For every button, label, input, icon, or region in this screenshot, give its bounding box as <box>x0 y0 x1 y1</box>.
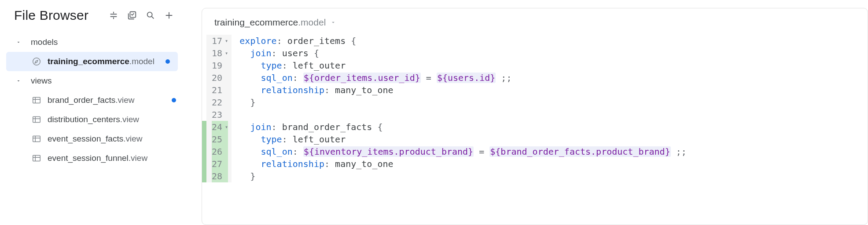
modified-dot-icon <box>172 98 176 102</box>
tab-file-ext: .model <box>298 17 326 27</box>
code-line[interactable] <box>239 109 686 121</box>
code-line[interactable]: join: brand_order_facts { <box>239 121 686 133</box>
code-line[interactable]: join: users { <box>239 47 686 59</box>
gutter-line[interactable]: 24▾ <box>212 121 228 133</box>
svg-point-2 <box>33 58 40 65</box>
svg-rect-3 <box>33 98 40 103</box>
fold-caret-icon[interactable]: ▾ <box>225 121 228 133</box>
gutter-line[interactable]: 22 <box>212 96 228 109</box>
file-tree: modelstraining_ecommerce.modelviewsbrand… <box>0 33 184 168</box>
sidebar-header: File Browser <box>0 8 184 33</box>
bulk-check-icon[interactable] <box>127 10 137 21</box>
file-row[interactable]: training_ecommerce.model <box>6 52 178 71</box>
file-name: distribution_centers.view <box>48 115 139 124</box>
diff-marker <box>202 35 206 47</box>
code-line[interactable]: sql_on: ${order_items.user_id} = ${users… <box>239 72 686 84</box>
tab-file-base: training_ecommerce <box>214 17 298 27</box>
svg-point-1 <box>147 12 152 17</box>
fold-caret-icon[interactable]: ▾ <box>225 47 228 59</box>
sidebar-actions <box>108 10 174 21</box>
sidebar-title: File Browser <box>14 8 88 23</box>
file-row[interactable]: event_session_facts.view <box>0 129 184 149</box>
folder-row-views[interactable]: views <box>0 71 184 91</box>
code-line[interactable]: relationship: many_to_one <box>239 158 686 170</box>
svg-rect-6 <box>33 156 40 161</box>
gutter-line[interactable]: 25 <box>212 133 228 145</box>
search-icon[interactable] <box>145 10 156 21</box>
gutter-line[interactable]: 17▾ <box>212 35 228 47</box>
collapse-icon[interactable] <box>108 10 119 21</box>
file-browser-sidebar: File Browser modelstraining_ecommerce.mo… <box>0 0 184 225</box>
code-line[interactable]: type: left_outer <box>239 133 686 145</box>
gutter-line[interactable]: 19 <box>212 59 228 72</box>
editor-tab[interactable]: training_ecommerce.model <box>202 8 868 35</box>
file-row[interactable]: brand_order_facts.view <box>0 91 184 110</box>
gutter-line[interactable]: 23 <box>212 109 228 121</box>
editor-pane: training_ecommerce.model 17▾18▾19 20 21 … <box>184 0 868 225</box>
diff-marker <box>202 170 206 182</box>
diff-marker <box>202 72 206 84</box>
gutter-line[interactable]: 28 <box>212 170 228 182</box>
file-name: training_ecommerce.model <box>48 57 154 66</box>
svg-rect-4 <box>33 117 40 123</box>
diff-marker <box>202 84 206 96</box>
gutter-line[interactable]: 26 <box>212 145 228 158</box>
file-row[interactable]: event_session_funnel.view <box>0 149 184 168</box>
file-name: event_session_facts.view <box>48 134 142 144</box>
gutter-line[interactable]: 18▾ <box>212 47 228 59</box>
folder-label: models <box>31 37 58 47</box>
code-line[interactable]: relationship: many_to_one <box>239 84 686 96</box>
code-area[interactable]: 17▾18▾19 20 21 22 23 24▾25 26 27 28 expl… <box>202 35 868 182</box>
fold-caret-icon[interactable]: ▾ <box>225 35 228 47</box>
code-line[interactable]: explore: order_items { <box>239 35 686 47</box>
diff-marker <box>202 145 206 158</box>
file-name: event_session_funnel.view <box>48 153 147 163</box>
line-gutter: 17▾18▾19 20 21 22 23 24▾25 26 27 28 <box>206 35 232 182</box>
gutter-line[interactable]: 27 <box>212 158 228 170</box>
editor-card: training_ecommerce.model 17▾18▾19 20 21 … <box>202 8 868 225</box>
diff-marker <box>202 133 206 145</box>
add-icon[interactable] <box>164 10 174 21</box>
modified-dot-icon <box>166 59 170 64</box>
diff-marker <box>202 96 206 109</box>
file-row[interactable]: distribution_centers.view <box>0 110 184 129</box>
diff-column <box>202 35 206 182</box>
code-line[interactable]: } <box>239 170 686 182</box>
code-line[interactable]: } <box>239 96 686 109</box>
tab-menu-caret-icon[interactable] <box>330 17 336 28</box>
diff-marker <box>202 109 206 121</box>
svg-rect-5 <box>33 136 40 142</box>
folder-label: views <box>31 76 52 86</box>
code-body[interactable]: explore: order_items { join: users { typ… <box>232 35 686 182</box>
gutter-line[interactable]: 20 <box>212 72 228 84</box>
diff-marker <box>202 121 206 133</box>
gutter-line[interactable]: 21 <box>212 84 228 96</box>
code-line[interactable]: sql_on: ${inventory_items.product_brand}… <box>239 145 686 158</box>
folder-row-models[interactable]: models <box>0 33 184 52</box>
diff-marker <box>202 158 206 170</box>
diff-marker <box>202 59 206 72</box>
diff-marker <box>202 47 206 59</box>
file-name: brand_order_facts.view <box>48 95 135 105</box>
code-line[interactable]: type: left_outer <box>239 59 686 72</box>
